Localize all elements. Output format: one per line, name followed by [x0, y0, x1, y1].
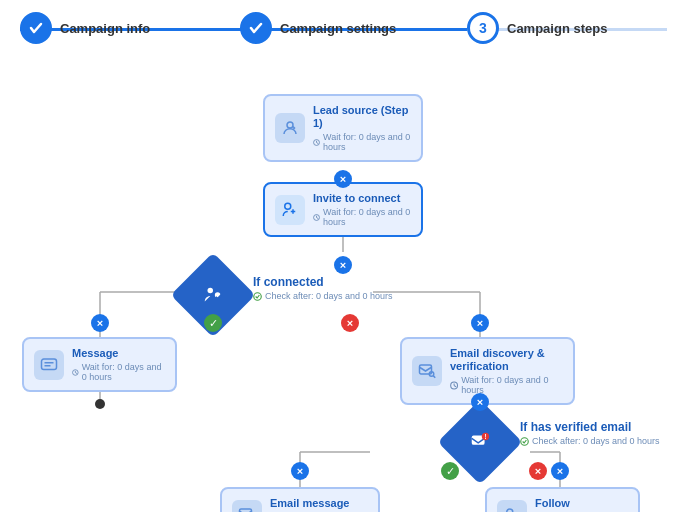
- step-circle-3: 3: [467, 12, 499, 44]
- svg-point-38: [521, 437, 529, 445]
- email-discovery-text: Email discovery & verification Wait for:…: [450, 347, 563, 395]
- message-title: Message: [72, 347, 165, 360]
- email-discovery-node[interactable]: Email discovery & verification Wait for:…: [400, 337, 575, 405]
- svg-point-43: [507, 509, 513, 512]
- if-verified-container: ! If has verified email Check after: 0 d…: [450, 412, 510, 472]
- email-message-text: Email message Wait for: 0 days and 0 hou…: [270, 497, 368, 512]
- flow-area: Lead source (Step 1) Wait for: 0 days an…: [0, 52, 687, 512]
- email-discovery-subtitle: Wait for: 0 days and 0 hours: [450, 375, 563, 395]
- invite-connect-node[interactable]: Invite to connect Wait for: 0 days and 0…: [263, 182, 423, 237]
- step-label-3: Campaign steps: [507, 21, 607, 36]
- email-message-node[interactable]: Email message Wait for: 0 days and 0 hou…: [220, 487, 380, 512]
- progress-step-campaign-info[interactable]: Campaign info: [20, 12, 240, 44]
- lead-source-subtitle: Wait for: 0 days and 0 hours: [313, 132, 411, 152]
- if-verified-green: ✓: [441, 462, 459, 480]
- svg-point-22: [208, 288, 214, 294]
- svg-line-31: [433, 376, 435, 378]
- invite-icon: [275, 195, 305, 225]
- if-verified-left-x[interactable]: ×: [291, 462, 309, 480]
- step-label-1: Campaign info: [60, 21, 150, 36]
- if-connected-icon: [202, 284, 224, 306]
- message-subtitle: Wait for: 0 days and 0 hours: [72, 362, 165, 382]
- lead-source-text: Lead source (Step 1) Wait for: 0 days an…: [313, 104, 411, 152]
- if-connected-green: ✓: [204, 314, 222, 332]
- svg-point-14: [287, 122, 293, 128]
- svg-line-34: [454, 385, 456, 386]
- progress-bar: Campaign info Campaign settings 3 Campai…: [0, 0, 687, 52]
- svg-point-18: [285, 203, 291, 209]
- svg-line-28: [75, 372, 77, 373]
- if-connected-right-x[interactable]: ×: [471, 314, 489, 332]
- message-text: Message Wait for: 0 days and 0 hours: [72, 347, 165, 382]
- if-connected-label: If connected Check after: 0 days and 0 h…: [253, 275, 393, 301]
- follow-node[interactable]: Follow Wait for: 0 days and 0 hours: [485, 487, 640, 512]
- progress-step-campaign-settings[interactable]: Campaign settings: [240, 12, 467, 44]
- svg-line-17: [317, 142, 319, 143]
- step-circle-1: [20, 12, 52, 44]
- lead-source-title: Lead source (Step 1): [313, 104, 411, 130]
- step-label-2: Campaign settings: [280, 21, 396, 36]
- if-connected-title: If connected: [253, 275, 393, 289]
- step-circle-2: [240, 12, 272, 44]
- remove-email-discovery-btn[interactable]: ×: [471, 393, 489, 411]
- invite-subtitle: Wait for: 0 days and 0 hours: [313, 207, 411, 227]
- progress-step-campaign-steps[interactable]: 3 Campaign steps: [467, 12, 667, 44]
- if-verified-icon: !: [469, 431, 491, 453]
- if-verified-subtitle: Check after: 0 days and 0 hours: [520, 436, 660, 446]
- if-connected-left-x[interactable]: ×: [91, 314, 109, 332]
- if-connected-red[interactable]: ×: [341, 314, 359, 332]
- follow-text: Follow Wait for: 0 days and 0 hours: [535, 497, 628, 512]
- message-node[interactable]: Message Wait for: 0 days and 0 hours: [22, 337, 177, 392]
- if-connected-subtitle: Check after: 0 days and 0 hours: [253, 291, 393, 301]
- if-verified-label: If has verified email Check after: 0 day…: [520, 420, 660, 446]
- message-icon: [34, 350, 64, 380]
- lead-source-icon: [275, 113, 305, 143]
- remove-invite-btn[interactable]: ×: [334, 256, 352, 274]
- email-message-title: Email message: [270, 497, 368, 510]
- message-bottom-dot: [95, 399, 105, 409]
- svg-line-21: [317, 217, 319, 218]
- invite-text: Invite to connect Wait for: 0 days and 0…: [313, 192, 411, 227]
- if-verified-title: If has verified email: [520, 420, 660, 434]
- if-verified-red[interactable]: ×: [529, 462, 547, 480]
- invite-title: Invite to connect: [313, 192, 411, 205]
- svg-text:!: !: [484, 433, 486, 440]
- remove-lead-source-btn[interactable]: ×: [334, 170, 352, 188]
- email-discovery-icon: [412, 356, 442, 386]
- email-discovery-title: Email discovery & verification: [450, 347, 563, 373]
- follow-title: Follow: [535, 497, 628, 510]
- svg-point-24: [254, 292, 262, 300]
- lead-source-node[interactable]: Lead source (Step 1) Wait for: 0 days an…: [263, 94, 423, 162]
- email-message-icon: [232, 500, 262, 512]
- follow-icon: [497, 500, 527, 512]
- svg-rect-25: [42, 359, 57, 370]
- if-verified-right-x[interactable]: ×: [551, 462, 569, 480]
